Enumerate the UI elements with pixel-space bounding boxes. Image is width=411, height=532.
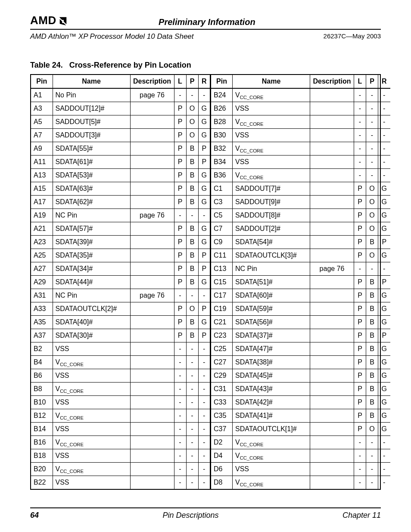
cell-pin: D6 — [211, 463, 233, 476]
cell-description — [130, 249, 174, 262]
cell-pin: C13 — [211, 262, 233, 276]
cell-name: SDATA[59]# — [233, 302, 310, 316]
cell-l: P — [174, 236, 186, 249]
cell-pin: A3 — [31, 102, 53, 115]
table-row: B36VCC_CORE--- — [211, 169, 390, 182]
table-row: C25SDATA[47]#PBG — [211, 342, 390, 356]
cell-pin: C19 — [211, 302, 233, 316]
cell-p: - — [366, 142, 378, 156]
cell-l: - — [354, 262, 366, 276]
cell-r: - — [198, 436, 210, 449]
pin-table-right: Pin Name Description L P R B24VCC_CORE--… — [211, 75, 390, 489]
cell-l: - — [174, 383, 186, 396]
cell-p: - — [186, 423, 198, 436]
table-row: A31NC Pinpage 76--- — [31, 289, 210, 302]
col-r: R — [198, 75, 210, 88]
table-row: B4VCC_CORE--- — [31, 356, 210, 369]
cell-description — [310, 182, 354, 196]
cell-description — [130, 129, 174, 142]
cell-pin: B34 — [211, 156, 233, 169]
cell-name: VSS — [53, 449, 130, 463]
cell-pin: C7 — [211, 222, 233, 236]
cell-description: page 76 — [130, 209, 174, 222]
cell-pin: B36 — [211, 169, 233, 182]
cell-name: SDATA[35]# — [53, 249, 130, 262]
cell-r: G — [378, 196, 390, 209]
table-row: C35SDATA[41]#PBG — [211, 409, 390, 423]
cell-r: - — [198, 396, 210, 409]
cell-p: - — [186, 342, 198, 356]
cell-r: G — [198, 316, 210, 329]
cell-description — [310, 316, 354, 329]
cell-l: P — [354, 222, 366, 236]
preliminary-banner: Preliminary Information — [68, 17, 346, 27]
cell-r: G — [378, 316, 390, 329]
cell-description — [130, 169, 174, 182]
cell-r: - — [378, 142, 390, 156]
doc-title: AMD Athlon™ XP Processor Model 10 Data S… — [30, 32, 194, 41]
cell-description — [130, 463, 174, 476]
cell-r: - — [378, 436, 390, 449]
cell-description — [130, 182, 174, 196]
table-row: B26VSS--- — [211, 102, 390, 115]
cell-r: - — [198, 209, 210, 222]
table-row: C21SDATA[56]#PBG — [211, 316, 390, 329]
table-row: A11SDATA[61]#PBP — [31, 156, 210, 169]
col-p: P — [186, 75, 198, 88]
cell-pin: A13 — [31, 169, 53, 182]
cell-r: - — [378, 169, 390, 182]
cell-p: O — [366, 196, 378, 209]
cell-p: B — [186, 156, 198, 169]
cell-l: P — [354, 316, 366, 329]
cell-name: SDATA[43]# — [233, 383, 310, 396]
cell-r: G — [378, 383, 390, 396]
cell-description — [130, 436, 174, 449]
cell-name: VCC_CORE — [233, 169, 310, 182]
cell-description — [130, 383, 174, 396]
cell-pin: B22 — [31, 476, 53, 489]
cell-description — [130, 396, 174, 409]
cell-name: NC Pin — [233, 262, 310, 276]
cell-name: SADDOUT[3]# — [53, 129, 130, 142]
cell-p: B — [186, 182, 198, 196]
cell-l: - — [354, 436, 366, 449]
table-row: B8VCC_CORE--- — [31, 383, 210, 396]
cell-r: - — [378, 88, 390, 102]
cell-name: SDATA[30]# — [53, 329, 130, 342]
cell-name: No Pin — [53, 88, 130, 102]
cell-l: P — [354, 236, 366, 249]
cell-p: B — [366, 396, 378, 409]
cell-l: P — [354, 423, 366, 436]
cell-pin: A5 — [31, 115, 53, 129]
cell-r: P — [198, 142, 210, 156]
cell-l: - — [174, 476, 186, 489]
cell-r: P — [378, 236, 390, 249]
table-row: A23SDATA[39]#PBG — [31, 236, 210, 249]
cell-l: P — [354, 196, 366, 209]
cell-description — [130, 329, 174, 342]
cell-l: - — [174, 88, 186, 102]
cell-l: - — [174, 396, 186, 409]
cell-r: G — [198, 196, 210, 209]
cell-l: P — [354, 369, 366, 383]
table-row: B16VCC_CORE--- — [31, 436, 210, 449]
cell-pin: B20 — [31, 463, 53, 476]
cell-r: - — [378, 115, 390, 129]
cell-r: G — [198, 182, 210, 196]
subheader: AMD Athlon™ XP Processor Model 10 Data S… — [30, 32, 381, 41]
cell-p: B — [366, 316, 378, 329]
table-row: C7SADDOUT[2]#POG — [211, 222, 390, 236]
cell-name: SADDOUT[9]# — [233, 196, 310, 209]
cell-name: SDATA[34]# — [53, 262, 130, 276]
table-row: A21SDATA[57]#PBG — [31, 222, 210, 236]
cell-name: VSS — [53, 342, 130, 356]
cell-description — [130, 276, 174, 289]
cell-l: P — [174, 156, 186, 169]
cell-r: - — [198, 449, 210, 463]
page-footer: 64 Pin Descriptions Chapter 11 — [30, 507, 381, 520]
cell-name: SDATA[37]# — [233, 329, 310, 342]
cell-name: SDATA[51]# — [233, 276, 310, 289]
cell-p: B — [366, 409, 378, 423]
table-header-row: Pin Name Description L P R — [31, 75, 210, 88]
cell-p: B — [366, 356, 378, 369]
